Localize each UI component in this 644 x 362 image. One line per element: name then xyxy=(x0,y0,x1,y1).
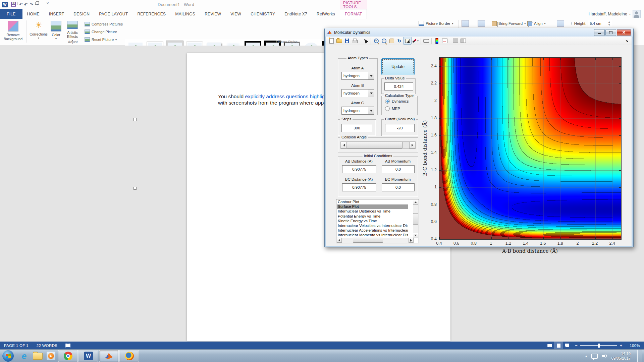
matlab-close-button[interactable]: × xyxy=(617,29,631,36)
tab-refworks[interactable]: RefWorks xyxy=(312,9,340,19)
zoom-in-icon[interactable]: + xyxy=(372,37,380,44)
print-icon[interactable] xyxy=(351,37,359,44)
picture-selection-handle[interactable] xyxy=(133,187,137,190)
list-item[interactable]: Internuclear Accelerations vs Internucle… xyxy=(337,228,408,233)
delta-value-field[interactable]: 0.424 xyxy=(384,82,413,90)
web-layout-button[interactable] xyxy=(563,342,572,349)
zoom-slider[interactable] xyxy=(580,345,617,346)
edit-arrow-icon[interactable] xyxy=(362,37,369,44)
plot-type-listbox[interactable]: Contour PlotSurface PlotInternuclear Dis… xyxy=(336,199,419,243)
read-mode-button[interactable] xyxy=(545,342,554,349)
tab-format[interactable]: FORMAT xyxy=(340,9,367,19)
color-button[interactable]: Color▾ xyxy=(49,20,63,43)
slider-thumb[interactable] xyxy=(347,142,402,148)
collision-angle-slider[interactable] xyxy=(340,141,416,149)
tab-review[interactable]: REVIEW xyxy=(200,9,226,19)
taskbar-word-button[interactable]: W xyxy=(78,350,98,362)
list-item[interactable]: Internuclear Momenta vs Internuclear Dis… xyxy=(337,233,408,238)
compress-pictures-button[interactable]: Compress Pictures xyxy=(85,21,123,27)
atom-b-dropdown[interactable]: hydrogen xyxy=(341,89,374,97)
artistic-effects-button[interactable]: Artistic Effects▾ xyxy=(64,20,81,43)
listbox-horizontal-scrollbar[interactable] xyxy=(337,238,414,243)
chevron-down-icon[interactable] xyxy=(368,89,374,97)
horizontal-scroll-thumb[interactable] xyxy=(353,238,383,243)
atom-a-dropdown[interactable]: hydrogen xyxy=(341,72,374,80)
word-count[interactable]: 22 WORDS xyxy=(33,342,61,349)
list-item[interactable]: Surface Plot xyxy=(337,204,408,209)
list-item[interactable]: Kinetic Energy vs Time xyxy=(337,219,408,224)
hide-plot-tools-icon[interactable] xyxy=(451,37,459,44)
ab-distance-field[interactable]: 0.90775 xyxy=(342,165,376,173)
tab-chemistry[interactable]: CHEMISTRY xyxy=(246,9,280,19)
matlab-minimize-button[interactable] xyxy=(594,29,605,36)
remove-background-button[interactable]: Remove Background xyxy=(3,20,23,43)
taskbar-clock[interactable]: 14:1009/05/2017 xyxy=(611,351,631,361)
atom-c-dropdown[interactable]: hydrogen xyxy=(341,107,374,115)
redo-icon[interactable]: ↷ xyxy=(30,2,33,7)
chevron-down-icon[interactable] xyxy=(368,107,374,114)
picture-border-button[interactable]: Picture Border▾ xyxy=(419,20,453,27)
pan-hand-icon[interactable] xyxy=(388,37,395,44)
account-area[interactable]: Hardstaff, Madeleine ▾ xyxy=(589,10,641,18)
zoom-level[interactable]: 100% xyxy=(626,342,644,349)
show-plot-tools-icon[interactable] xyxy=(459,37,467,44)
customize-qat-icon[interactable]: ▾ xyxy=(37,3,38,6)
ab-momentum-field[interactable]: 0.0 xyxy=(382,165,415,173)
update-button[interactable]: Update xyxy=(381,58,415,75)
radio-mep[interactable]: MEP xyxy=(385,106,400,111)
rotate-3d-icon[interactable]: ↻ xyxy=(395,37,403,44)
taskbar-internet-explorer-icon[interactable]: e xyxy=(17,350,31,362)
height-field[interactable]: 5.4 cm▲▼ xyxy=(588,20,612,27)
zoom-slider-thumb[interactable] xyxy=(598,344,600,348)
reset-picture-button[interactable]: Reset Picture▾ xyxy=(85,36,117,43)
radio-dynamics[interactable]: Dynamics xyxy=(385,99,409,104)
taskbar-media-player-icon[interactable]: ▶ xyxy=(44,350,58,362)
change-picture-button[interactable]: Change Picture xyxy=(85,28,117,35)
save-icon[interactable] xyxy=(343,37,351,44)
taskbar-matlab-button[interactable] xyxy=(99,350,119,362)
taskbar-firefox-button[interactable] xyxy=(119,350,139,362)
picture-selection-handle[interactable] xyxy=(133,118,137,121)
print-layout-button[interactable] xyxy=(554,342,563,349)
scroll-down-icon[interactable] xyxy=(413,233,418,238)
show-desktop-button[interactable] xyxy=(637,350,642,362)
proofing-status-icon[interactable] xyxy=(61,342,74,349)
tab-file[interactable]: FILE xyxy=(0,9,22,19)
undo-icon[interactable]: ↶ ▾ xyxy=(19,2,26,7)
tab-references[interactable]: REFERENCES xyxy=(132,9,170,19)
tab-mailings[interactable]: MAILINGS xyxy=(170,9,200,19)
chevron-down-icon[interactable] xyxy=(368,72,374,79)
insert-colorbar-icon[interactable] xyxy=(433,37,441,44)
page-indicator[interactable]: PAGE 1 OF 1 xyxy=(0,342,33,349)
tab-home[interactable]: HOME xyxy=(22,9,44,19)
close-button[interactable]: × xyxy=(43,0,52,6)
zoom-out-icon[interactable]: − xyxy=(380,37,388,44)
link-plots-icon[interactable] xyxy=(422,37,430,44)
vertical-scroll-thumb[interactable] xyxy=(413,213,418,225)
position-button[interactable] xyxy=(462,20,469,27)
zoom-out-button[interactable]: − xyxy=(575,343,578,348)
align-button[interactable]: Align▾ xyxy=(527,20,546,27)
volume-icon[interactable] xyxy=(602,354,607,358)
pes-contour-plot[interactable] xyxy=(439,58,621,239)
steps-field[interactable]: 300 xyxy=(341,124,372,132)
crop-button[interactable] xyxy=(557,20,564,27)
scroll-up-icon[interactable] xyxy=(413,200,418,205)
matlab-titlebar[interactable]: Molecular Dynamics × xyxy=(325,28,633,37)
zoom-in-button[interactable]: + xyxy=(620,343,623,348)
cutoff-field[interactable]: -20 xyxy=(385,124,415,132)
tab-insert[interactable]: INSERT xyxy=(44,9,69,19)
list-item[interactable]: Internuclear Velocities vs Internuclear … xyxy=(337,224,408,228)
word-app-icon[interactable]: W xyxy=(2,2,8,7)
wrap-text-button[interactable] xyxy=(478,20,485,27)
slider-left-arrow[interactable] xyxy=(341,142,347,148)
tab-endnote-x7[interactable]: EndNote X7 xyxy=(280,9,312,19)
list-item[interactable]: Contour Plot xyxy=(337,200,408,204)
bring-forward-button[interactable]: Bring Forward▾ xyxy=(492,20,526,27)
bc-distance-field[interactable]: 0.90775 xyxy=(342,183,376,191)
tab-design[interactable]: DESIGN xyxy=(69,9,94,19)
open-file-icon[interactable] xyxy=(335,37,343,44)
slider-right-arrow[interactable] xyxy=(409,142,415,148)
corrections-button[interactable]: ☀ Corrections▾ xyxy=(30,20,48,43)
brush-icon[interactable]: ▾ xyxy=(412,37,419,44)
